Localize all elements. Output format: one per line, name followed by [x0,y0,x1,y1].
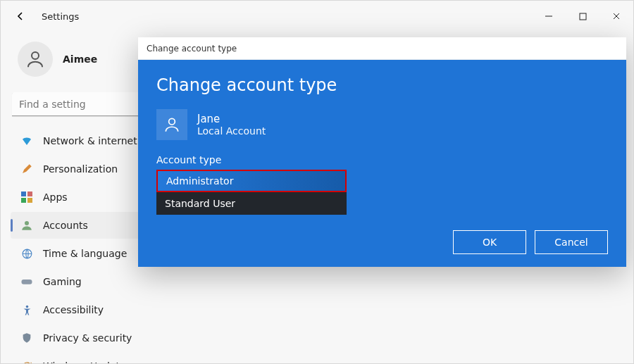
dialog-heading: Change account type [156,75,608,95]
change-account-type-dialog: Change account type Change account type … [138,37,626,267]
dialog-titlebar: Change account type [138,37,626,60]
account-type-label: Local Account [197,125,266,137]
person-icon [156,109,187,140]
cancel-button[interactable]: Cancel [535,230,608,254]
field-label-account-type: Account type [156,154,608,165]
account-identity: Jane Local Account [156,109,608,140]
option-administrator[interactable]: Administrator [156,170,347,192]
ok-button[interactable]: OK [453,230,526,254]
account-name: Jane [197,113,266,125]
modal-layer: Change account type Change account type … [1,1,633,363]
account-type-dropdown[interactable]: Administrator Standard User [156,170,347,215]
svg-point-13 [169,118,175,125]
option-standard-user[interactable]: Standard User [156,192,347,215]
